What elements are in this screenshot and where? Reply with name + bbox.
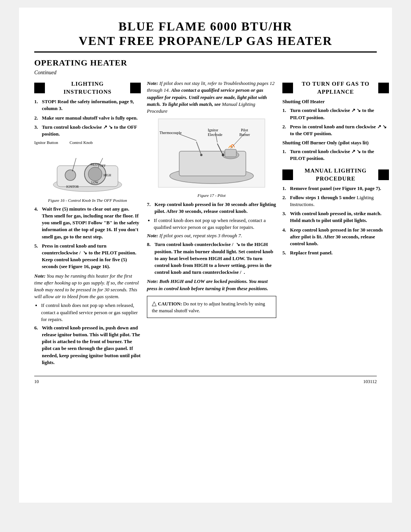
title-line2: VENT FREE PROPANE/LP GAS HEATER bbox=[34, 34, 377, 48]
svg-point-3 bbox=[88, 167, 102, 181]
black-box-left3 bbox=[282, 169, 293, 180]
page-number: 10 bbox=[34, 379, 39, 385]
lighting-title: LIGHTING INSTRUCTIONS bbox=[45, 80, 130, 96]
svg-text:LOW: LOW bbox=[91, 181, 99, 184]
list-item: 4. Wait five (5) minutes to clear out an… bbox=[34, 206, 141, 240]
shutting-off-header: Shutting Off Heater bbox=[282, 98, 389, 105]
svg-rect-16 bbox=[225, 149, 236, 157]
list-item: 5. Press in control knob and turn counte… bbox=[34, 243, 141, 270]
lighting-header: LIGHTING INSTRUCTIONS bbox=[34, 80, 141, 96]
operating-header: OPERATING HEATER Continued bbox=[34, 57, 377, 76]
pilot-diagram: Thermocouple Ignitor Electrode Pilot Bur… bbox=[147, 117, 276, 198]
svg-text:HIGH: HIGH bbox=[104, 174, 111, 177]
manual-lighting-title: MANUAL LIGHTING PROCEDURE bbox=[293, 167, 378, 183]
control-knob-svg: PILOT OFF HIGH LOW IGNITOR bbox=[46, 147, 129, 196]
list-item: 3. With control knob pressed in, strike … bbox=[282, 210, 389, 224]
shutoff-list: 1. Turn control knob clockwise ↗ ↘ to th… bbox=[282, 107, 389, 137]
column-3: TO TURN OFF GAS TO APPLIANCE Shutting Of… bbox=[282, 80, 389, 368]
list-item: 1. Turn control knob clockwise ↗ ↘ to th… bbox=[282, 107, 389, 121]
turn-off-header: TO TURN OFF GAS TO APPLIANCE bbox=[282, 80, 389, 96]
page-title-block: BLUE FLAME 6000 BTU/HR VENT FREE PROPANE… bbox=[34, 19, 377, 53]
figure17-label: Figure 17 - Pilot bbox=[147, 193, 276, 198]
page-footer: 10 103112 bbox=[34, 376, 377, 385]
list-item: 2. Make sure manual shutoff valve is ful… bbox=[34, 115, 141, 121]
svg-point-8 bbox=[65, 170, 76, 181]
black-box-right2 bbox=[378, 83, 389, 93]
turn-off-title: TO TURN OFF GAS TO APPLIANCE bbox=[293, 80, 378, 96]
list-item: 1. STOP! Read the safety information, pa… bbox=[34, 98, 141, 112]
shutting-off-burner: Shutting Off Burner Only (pilot stays li… bbox=[282, 139, 389, 146]
manual-list: 1. Remove front panel (see Figure 10, pa… bbox=[282, 185, 389, 257]
ignitor-button-label: Ignitor Button bbox=[34, 140, 58, 145]
caution-label: CAUTION: bbox=[158, 301, 182, 307]
black-box-left2 bbox=[282, 83, 293, 93]
list-item: 2. Follow steps 1 through 5 under Light­… bbox=[282, 194, 389, 208]
operating-heater-title: OPERATING HEATER bbox=[34, 57, 377, 69]
col2-note-top: Note: If pilot does not stay lit, refer … bbox=[147, 80, 276, 115]
control-knob-diagram: Ignitor Button Control Knob PILOT OFF HI… bbox=[34, 140, 141, 203]
figure16-label: Figure 16 - Control Knob In The OFF Posi… bbox=[34, 198, 141, 203]
black-box-right3 bbox=[378, 169, 389, 180]
list-item: 5. Replace front panel. bbox=[282, 249, 389, 256]
list-item: 8. Turn control knob counterclockwise / … bbox=[147, 241, 276, 276]
burner-list: 1. Turn control knob clockwise ↗ ↘ to th… bbox=[282, 148, 389, 162]
note-locked: Note: Both HIGH and LOW are locked posit… bbox=[147, 278, 276, 292]
svg-text:Thermocouple: Thermocouple bbox=[159, 131, 182, 135]
continued-label: Continued bbox=[34, 69, 377, 77]
doc-number: 103112 bbox=[363, 379, 377, 385]
col2-list: 7. Keep control knob pressed in for 30 s… bbox=[147, 201, 276, 215]
lighting-instructions-list3: 6. With control knob pressed in, push do… bbox=[34, 324, 141, 366]
svg-text:OFF: OFF bbox=[100, 164, 106, 168]
lighting-instructions-list: 1. STOP! Read the safety information, pa… bbox=[34, 98, 141, 137]
pilot-svg: Thermocouple Ignitor Electrode Pilot Bur… bbox=[156, 117, 267, 191]
list-item: If control knob does not pop up when rel… bbox=[154, 217, 276, 231]
list-item: 6. With control knob pressed in, push do… bbox=[34, 324, 141, 366]
lighting-instructions-list2: 4. Wait five (5) minutes to clear out an… bbox=[34, 206, 141, 270]
svg-text:Ignitor: Ignitor bbox=[208, 128, 218, 132]
list-item: 3. Turn control knob clockwise ↗ ↘ to th… bbox=[34, 124, 141, 137]
black-box-right bbox=[130, 83, 141, 93]
manual-lighting-header: MANUAL LIGHTING PROCEDURE bbox=[282, 167, 389, 183]
svg-point-20 bbox=[200, 154, 202, 156]
title-line1: BLUE FLAME 6000 BTU/HR bbox=[34, 19, 377, 34]
note1: Note: You may be running this heater for… bbox=[34, 273, 141, 300]
list-item: If control knob does not pop up when rel… bbox=[41, 302, 141, 323]
black-box-left bbox=[34, 83, 45, 93]
svg-text:Burner: Burner bbox=[239, 133, 250, 137]
caution-icon: △ bbox=[152, 300, 156, 307]
bullet-list-col2: If control knob does not pop up when rel… bbox=[147, 217, 276, 231]
main-content: LIGHTING INSTRUCTIONS 1. STOP! Read the … bbox=[34, 80, 377, 368]
page: BLUE FLAME 6000 BTU/HR VENT FREE PROPANE… bbox=[19, 8, 392, 503]
list-item: 1. Turn control knob clockwise ↗ ↘ to th… bbox=[282, 148, 389, 162]
list-item: 2. Press in control knob and turn clockw… bbox=[282, 123, 389, 137]
control-knob-label: Control Knob bbox=[70, 140, 93, 145]
list-item: 7. Keep control knob pressed in for 30 s… bbox=[147, 201, 276, 215]
caution-box: △CAUTION: Do not try to adjust heating l… bbox=[147, 296, 276, 318]
list-item: 1. Remove front panel (see Figure 10, pa… bbox=[282, 185, 389, 192]
svg-text:Pilot: Pilot bbox=[241, 128, 248, 132]
note-steps: Note: If pilot goes out, repeat steps 3 … bbox=[147, 232, 276, 239]
svg-text:PILOT: PILOT bbox=[91, 163, 99, 166]
svg-point-18 bbox=[222, 154, 224, 156]
column-2: Note: If pilot does not stay lit, refer … bbox=[147, 80, 276, 368]
list-item: 4. Keep control knob pressed in for 30 s… bbox=[282, 227, 389, 248]
col2-list2: 8. Turn control knob counterclockwise / … bbox=[147, 241, 276, 276]
svg-text:IGNITOR: IGNITOR bbox=[66, 185, 79, 189]
column-1: LIGHTING INSTRUCTIONS 1. STOP! Read the … bbox=[34, 80, 141, 368]
bullet-list-col1: If control knob does not pop up when rel… bbox=[34, 302, 141, 323]
svg-text:Electrode: Electrode bbox=[208, 133, 223, 137]
